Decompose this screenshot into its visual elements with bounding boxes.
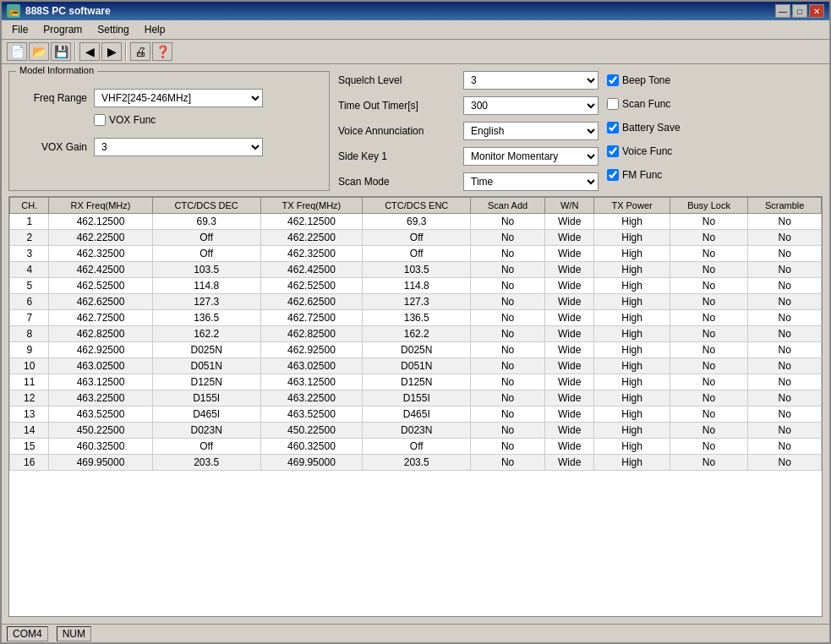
menu-help[interactable]: Help	[138, 22, 172, 37]
battery-save-checkbox[interactable]	[607, 122, 619, 134]
voice-select[interactable]: English	[463, 122, 599, 140]
cell-r5-c4: 127.3	[363, 294, 471, 310]
timeout-label: Time Out Timer[s]	[338, 100, 457, 112]
cell-r6-c3: 462.72500	[260, 310, 362, 326]
vox-func-checkbox[interactable]	[94, 114, 106, 126]
voice-func-row: Voice Func	[607, 145, 681, 157]
cell-r13-c1: 450.22500	[49, 423, 152, 439]
table-row[interactable]: 9462.92500D025N462.92500D025NNoWideHighN…	[10, 342, 822, 358]
freq-range-select[interactable]: VHF2[245-246MHz]	[94, 89, 263, 107]
print-button[interactable]: 🖨	[130, 42, 150, 61]
cell-r15-c6: Wide	[544, 455, 594, 471]
cell-r13-c6: Wide	[544, 423, 594, 439]
scan-func-checkbox[interactable]	[607, 98, 619, 110]
model-group-label: Model Information	[16, 65, 97, 75]
cell-r14-c7: High	[594, 439, 670, 455]
beep-tone-checkbox[interactable]	[607, 74, 619, 86]
table-row[interactable]: 12463.22500D155I463.22500D155INoWideHigh…	[10, 390, 822, 407]
cell-r14-c5: No	[471, 439, 544, 455]
help-button[interactable]: ❓	[152, 42, 172, 61]
table-row[interactable]: 16469.95000203.5469.95000203.5NoWideHigh…	[10, 455, 822, 471]
cell-r3-c3: 462.42500	[260, 262, 362, 278]
cell-r8-c3: 462.92500	[260, 342, 362, 358]
table-row[interactable]: 11463.12500D125N463.12500D125NNoWideHigh…	[10, 374, 822, 390]
cell-r15-c7: High	[594, 455, 670, 471]
table-row[interactable]: 14450.22500D023N450.22500D023NNoWideHigh…	[10, 423, 822, 439]
cell-r0-c9: No	[748, 214, 822, 230]
sidekey-row: Side Key 1 Monitor Momentary	[338, 147, 599, 166]
table-row[interactable]: 7462.72500136.5462.72500136.5NoWideHighN…	[10, 310, 822, 326]
cell-r10-c9: No	[748, 374, 822, 390]
cell-r10-c2: D125N	[152, 374, 260, 390]
table-row[interactable]: 13463.52500D465I463.52500D465INoWideHigh…	[10, 407, 822, 423]
cell-r8-c1: 462.92500	[49, 342, 152, 358]
col-ctc-dec: CTC/DCS DEC	[152, 198, 260, 214]
cell-r14-c1: 460.32500	[49, 439, 152, 455]
close-button[interactable]: ✕	[809, 4, 824, 18]
cell-r5-c1: 462.62500	[49, 294, 152, 310]
table-row[interactable]: 1462.1250069.3462.1250069.3NoWideHighNoN…	[10, 214, 822, 230]
cell-r8-c2: D025N	[152, 342, 260, 358]
cell-r6-c8: No	[670, 310, 748, 326]
cell-r12-c7: High	[594, 407, 670, 423]
menu-setting[interactable]: Setting	[90, 22, 135, 37]
voice-func-checkbox[interactable]	[607, 145, 619, 157]
cell-r7-c0: 8	[10, 326, 49, 342]
freq-range-label: Freq Range	[19, 92, 87, 104]
table-body: 1462.1250069.3462.1250069.3NoWideHighNoN…	[10, 214, 822, 471]
timeout-row: Time Out Timer[s] 300	[338, 96, 599, 115]
col-ch: CH.	[10, 198, 49, 214]
freq-range-row: Freq Range VHF2[245-246MHz]	[19, 89, 319, 107]
timeout-select[interactable]: 300	[463, 96, 599, 115]
new-button[interactable]: 📄	[7, 42, 27, 61]
table-row[interactable]: 5462.52500114.8462.52500114.8NoWideHighN…	[10, 278, 822, 294]
channel-table-container[interactable]: CH. RX Freq(MHz) CTC/DCS DEC TX Freq(MHz…	[8, 196, 823, 617]
table-row[interactable]: 2462.22500Off462.22500OffNoWideHighNoNo	[10, 230, 822, 246]
table-row[interactable]: 4462.42500103.5462.42500103.5NoWideHighN…	[10, 262, 822, 278]
cell-r7-c1: 462.82500	[49, 326, 152, 342]
cell-r6-c2: 136.5	[152, 310, 260, 326]
fm-func-checkbox[interactable]	[607, 169, 619, 181]
menu-program[interactable]: Program	[36, 22, 89, 37]
cell-r12-c8: No	[670, 407, 748, 423]
read-button[interactable]: ◀	[79, 42, 100, 61]
cell-r6-c6: Wide	[544, 310, 594, 326]
cell-r10-c7: High	[594, 374, 670, 390]
cell-r3-c2: 103.5	[152, 262, 260, 278]
cell-r0-c2: 69.3	[152, 214, 260, 230]
cell-r12-c6: Wide	[544, 407, 594, 423]
menu-file[interactable]: File	[5, 22, 35, 37]
cell-r8-c0: 9	[10, 342, 49, 358]
write-button[interactable]: ▶	[101, 42, 122, 61]
cell-r1-c7: High	[594, 230, 670, 246]
cell-r11-c0: 12	[10, 390, 49, 407]
table-row[interactable]: 15460.32500Off460.32500OffNoWideHighNoNo	[10, 439, 822, 455]
battery-save-row: Battery Save	[607, 122, 681, 134]
model-group: Model Information Freq Range VHF2[245-24…	[8, 71, 330, 191]
cell-r2-c8: No	[670, 246, 748, 262]
squelch-select[interactable]: 3	[463, 71, 599, 90]
cell-r11-c6: Wide	[544, 390, 594, 407]
scanmode-select[interactable]: Time	[463, 172, 599, 191]
scanmode-label: Scan Mode	[338, 176, 457, 188]
table-header-row: CH. RX Freq(MHz) CTC/DCS DEC TX Freq(MHz…	[10, 198, 822, 214]
sidekey-select[interactable]: Monitor Momentary	[463, 147, 599, 166]
minimize-button[interactable]: —	[775, 4, 790, 18]
col-tx-power: TX Power	[594, 198, 670, 214]
menu-bar: File Program Setting Help	[2, 20, 829, 40]
cell-r0-c0: 1	[10, 214, 49, 230]
cell-r2-c1: 462.32500	[49, 246, 152, 262]
cell-r13-c2: D023N	[152, 423, 260, 439]
table-row[interactable]: 3462.32500Off462.32500OffNoWideHighNoNo	[10, 246, 822, 262]
cell-r1-c3: 462.22500	[260, 230, 362, 246]
cell-r7-c7: High	[594, 326, 670, 342]
cell-r4-c8: No	[670, 278, 748, 294]
table-row[interactable]: 6462.62500127.3462.62500127.3NoWideHighN…	[10, 294, 822, 310]
save-button[interactable]: 💾	[51, 42, 71, 61]
table-row[interactable]: 8462.82500162.2462.82500162.2NoWideHighN…	[10, 326, 822, 342]
cell-r14-c3: 460.32500	[260, 439, 362, 455]
table-row[interactable]: 10463.02500D051N463.02500D051NNoWideHigh…	[10, 358, 822, 374]
maximize-button[interactable]: □	[792, 4, 807, 18]
vox-gain-select[interactable]: 3	[94, 138, 263, 156]
open-button[interactable]: 📂	[29, 42, 49, 61]
